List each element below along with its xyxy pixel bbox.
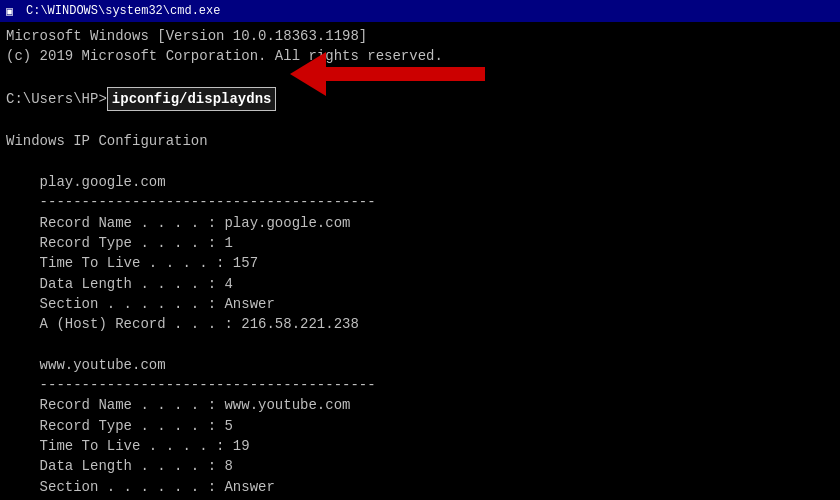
copyright-line: (c) 2019 Microsoft Corporation. All righ… bbox=[6, 46, 834, 66]
data-length-1: Data Length . . . . : 4 bbox=[6, 274, 834, 294]
domain1: play.google.com bbox=[6, 172, 834, 192]
blank-line-2 bbox=[6, 111, 834, 131]
data-length-2: Data Length . . . . : 8 bbox=[6, 456, 834, 476]
divider2: ---------------------------------------- bbox=[6, 375, 834, 395]
section-1: Section . . . . . . : Answer bbox=[6, 294, 834, 314]
ttl-2: Time To Live . . . . : 19 bbox=[6, 436, 834, 456]
record-name-2: Record Name . . . . : www.youtube.com bbox=[6, 395, 834, 415]
section-2: Section . . . . . . : Answer bbox=[6, 477, 834, 497]
prompt-line: C:\Users\HP>ipconfig/displaydns bbox=[6, 87, 834, 111]
prompt-prefix: C:\Users\HP> bbox=[6, 89, 107, 109]
record-type-2: Record Type . . . . : 5 bbox=[6, 416, 834, 436]
ip-config-label: Windows IP Configuration bbox=[6, 131, 834, 151]
title-bar: ▣ C:\WINDOWS\system32\cmd.exe bbox=[0, 0, 840, 22]
window-title: C:\WINDOWS\system32\cmd.exe bbox=[26, 4, 220, 18]
command-text: ipconfig/displaydns bbox=[107, 87, 277, 111]
record-type-1: Record Type . . . . : 1 bbox=[6, 233, 834, 253]
a-record-1: A (Host) Record . . . : 216.58.221.238 bbox=[6, 314, 834, 334]
record-name-1: Record Name . . . . : play.google.com bbox=[6, 213, 834, 233]
cmd-icon: ▣ bbox=[6, 4, 20, 18]
console-output: Microsoft Windows [Version 10.0.18363.11… bbox=[0, 22, 840, 500]
divider1: ---------------------------------------- bbox=[6, 192, 834, 212]
ttl-1: Time To Live . . . . : 157 bbox=[6, 253, 834, 273]
version-line: Microsoft Windows [Version 10.0.18363.11… bbox=[6, 26, 834, 46]
blank-line-4 bbox=[6, 334, 834, 354]
blank-line-1 bbox=[6, 67, 834, 87]
domain2: www.youtube.com bbox=[6, 355, 834, 375]
blank-line-3 bbox=[6, 152, 834, 172]
